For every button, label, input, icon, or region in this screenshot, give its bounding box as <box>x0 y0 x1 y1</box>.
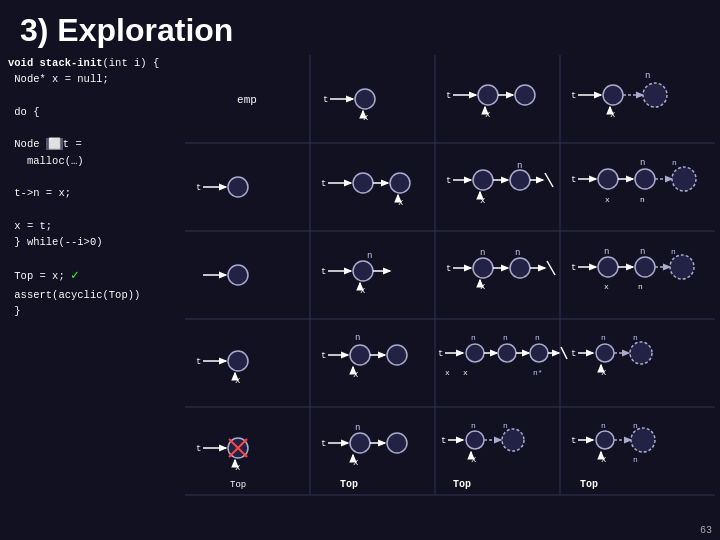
svg-text:t: t <box>321 267 326 277</box>
svg-point-21 <box>515 85 535 105</box>
svg-point-127 <box>630 342 652 364</box>
svg-text:t: t <box>321 351 326 361</box>
svg-text:t: t <box>446 91 451 101</box>
svg-text:n: n <box>503 421 508 430</box>
svg-text:n: n <box>535 333 540 342</box>
svg-point-43 <box>473 170 493 190</box>
svg-text:x: x <box>363 113 368 123</box>
svg-text:n*: n* <box>533 368 543 377</box>
svg-point-53 <box>598 169 618 189</box>
page-number: 63 <box>700 525 712 536</box>
svg-text:n: n <box>355 333 360 343</box>
svg-point-124 <box>596 344 614 362</box>
svg-point-96 <box>228 351 248 371</box>
svg-text:x: x <box>480 282 485 292</box>
svg-text:x: x <box>360 286 365 296</box>
svg-text:t: t <box>571 263 576 273</box>
svg-point-58 <box>672 167 696 191</box>
svg-text:x: x <box>601 455 606 465</box>
svg-text:x: x <box>485 110 490 120</box>
svg-point-87 <box>635 257 655 277</box>
svg-point-84 <box>598 257 618 277</box>
svg-point-153 <box>502 429 524 451</box>
svg-text:emp: emp <box>237 94 257 106</box>
svg-point-25 <box>603 85 623 105</box>
svg-text:n: n <box>515 248 520 258</box>
svg-text:x: x <box>235 463 240 473</box>
svg-text:n: n <box>633 455 638 464</box>
svg-point-163 <box>631 428 655 452</box>
svg-text:n: n <box>503 333 508 342</box>
slide-title: 3) Exploration <box>0 0 720 55</box>
svg-text:t: t <box>571 91 576 101</box>
svg-text:n: n <box>355 423 360 433</box>
svg-point-73 <box>473 258 493 278</box>
svg-text:Top: Top <box>580 479 598 490</box>
svg-text:n: n <box>517 161 522 171</box>
svg-text:t: t <box>441 436 446 446</box>
svg-text:t: t <box>571 349 576 359</box>
svg-point-144 <box>387 433 407 453</box>
svg-point-141 <box>350 433 370 453</box>
svg-text:n: n <box>601 333 606 342</box>
svg-text:t: t <box>446 176 451 186</box>
svg-text:x: x <box>605 195 610 204</box>
svg-text:t: t <box>196 444 201 454</box>
svg-line-48 <box>545 173 553 187</box>
svg-text:Top: Top <box>340 479 358 490</box>
svg-point-64 <box>228 265 248 285</box>
svg-text:n: n <box>604 247 609 257</box>
svg-text:t: t <box>571 436 576 446</box>
svg-text:n: n <box>480 248 485 258</box>
svg-text:n: n <box>633 333 638 342</box>
svg-text:t: t <box>323 95 328 105</box>
svg-text:n: n <box>471 421 476 430</box>
svg-point-150 <box>466 431 484 449</box>
slide: 3) Exploration void stack-init(int i) { … <box>0 0 720 540</box>
svg-text:n: n <box>638 282 643 291</box>
svg-text:n: n <box>671 247 676 256</box>
svg-text:x: x <box>601 368 606 378</box>
svg-text:x: x <box>480 196 485 206</box>
svg-text:x: x <box>604 282 609 291</box>
svg-point-13 <box>355 89 375 109</box>
svg-point-18 <box>478 85 498 105</box>
svg-text:n: n <box>672 158 677 167</box>
svg-line-78 <box>547 261 555 275</box>
svg-point-114 <box>530 344 548 362</box>
svg-point-33 <box>228 177 248 197</box>
svg-text:x: x <box>235 376 240 386</box>
svg-text:x: x <box>398 198 403 208</box>
diagram-grid: emp t x t x .O (dashed circle) with n la… <box>185 55 715 525</box>
svg-text:n: n <box>640 158 645 168</box>
svg-text:n: n <box>645 71 650 81</box>
svg-text:x: x <box>353 370 358 380</box>
svg-point-160 <box>596 431 614 449</box>
svg-text:t: t <box>446 264 451 274</box>
svg-text:n: n <box>640 195 645 204</box>
svg-text:t: t <box>196 357 201 367</box>
svg-text:n: n <box>640 247 645 257</box>
svg-point-46 <box>510 170 530 190</box>
svg-point-112 <box>498 344 516 362</box>
svg-text:Top: Top <box>453 479 471 490</box>
svg-text:t: t <box>571 175 576 185</box>
svg-text:n: n <box>601 421 606 430</box>
svg-text:t: t <box>196 183 201 193</box>
svg-text:x: x <box>353 458 358 468</box>
svg-line-116 <box>561 347 567 359</box>
svg-text:x: x <box>445 368 450 377</box>
svg-text:t: t <box>321 179 326 189</box>
svg-text:n: n <box>367 251 372 261</box>
svg-point-109 <box>466 344 484 362</box>
svg-point-56 <box>635 169 655 189</box>
svg-text:Top: Top <box>230 480 246 490</box>
svg-text:t: t <box>321 439 326 449</box>
svg-text:x: x <box>463 368 468 377</box>
svg-text:t: t <box>438 349 443 359</box>
svg-point-39 <box>390 173 410 193</box>
svg-text:n: n <box>633 421 638 430</box>
svg-point-28 <box>643 83 667 107</box>
svg-point-76 <box>510 258 530 278</box>
svg-point-89 <box>670 255 694 279</box>
